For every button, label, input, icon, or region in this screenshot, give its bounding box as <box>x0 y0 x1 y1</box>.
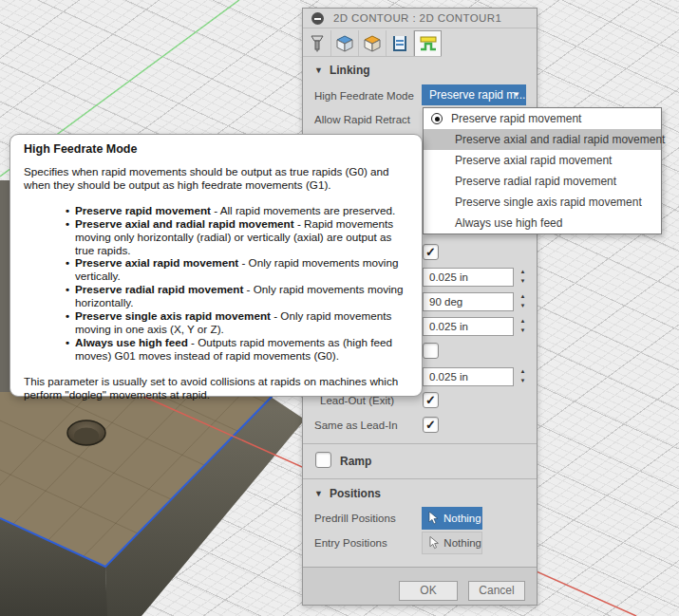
heights-icon <box>362 33 383 54</box>
tooltip-bullet: Preserve radial rapid movement - Only ra… <box>66 283 408 309</box>
cancel-button[interactable]: Cancel <box>468 581 525 601</box>
dropdown-option-4[interactable]: Preserve single axis rapid movement <box>424 192 661 213</box>
linking-spinner-4: ▲ ▼ <box>517 367 529 386</box>
divider <box>303 443 537 444</box>
dropdown-option-1[interactable]: Preserve axial and radial rapid movement <box>424 129 661 150</box>
linking-input-2[interactable]: 90 deg <box>423 292 514 311</box>
spin-down-icon[interactable]: ▼ <box>517 302 529 311</box>
high-feedrate-tooltip: High Feedrate Mode Specifies when rapid … <box>9 134 423 397</box>
same-as-lead-in-checkbox[interactable]: ✓ <box>423 417 439 433</box>
spin-down-icon[interactable]: ▼ <box>517 327 529 336</box>
dropdown-option-5[interactable]: Always use high feed <box>424 213 661 233</box>
spin-up-icon[interactable]: ▲ <box>517 367 529 377</box>
tooltip-intro: Specifies when rapid movements should be… <box>24 165 408 192</box>
tooltip-bullet-list: Preserve rapid movement - All rapid move… <box>66 204 408 363</box>
divider <box>303 478 537 479</box>
tabstrip-divider <box>303 56 442 57</box>
radio-selected-icon <box>431 113 443 124</box>
high-feedrate-dropdown-list: Preserve rapid movement Preserve axial a… <box>423 107 662 234</box>
linking-checkbox-1[interactable]: ✓ <box>423 244 439 260</box>
tooltip-footer: This parameter is usually set to avoid c… <box>24 375 408 401</box>
dropdown-option-3[interactable]: Preserve radial rapid movement <box>424 171 661 192</box>
chevron-down-icon: ▼ <box>513 84 520 105</box>
tool-icon <box>307 33 328 54</box>
spin-up-icon[interactable]: ▲ <box>517 268 529 277</box>
cursor-icon <box>429 536 439 550</box>
tooltip-title: High Feedrate Mode <box>24 142 408 156</box>
ok-button[interactable]: OK <box>399 581 458 601</box>
tooltip-bullet: Preserve axial rapid movement - Only rap… <box>66 256 408 283</box>
collapse-triangle-icon: ▼ <box>314 65 323 75</box>
entry-positions-button[interactable]: Nothing <box>422 532 482 554</box>
positions-section-header[interactable]: ▼Positions <box>314 487 381 500</box>
dialog-grip-icon[interactable] <box>311 12 324 25</box>
model-hole-bottom <box>74 428 99 444</box>
linking-input-4[interactable]: 0.025 in <box>423 367 514 386</box>
tab-passes[interactable] <box>387 30 414 56</box>
tab-tool[interactable] <box>304 30 331 56</box>
spin-down-icon[interactable]: ▼ <box>517 277 529 287</box>
linking-spinner-2: ▲ ▼ <box>517 292 529 311</box>
linking-spinner-1: ▲ ▼ <box>517 268 529 287</box>
high-feedrate-dropdown[interactable]: Preserve rapid m... ▼ <box>422 84 526 105</box>
linking-input-1[interactable]: 0.025 in <box>423 268 514 287</box>
linking-input-3[interactable]: 0.025 in <box>423 317 514 336</box>
passes-icon <box>389 33 410 54</box>
linking-icon <box>418 34 439 55</box>
entry-positions-label: Entry Positions <box>314 537 387 549</box>
spin-up-icon[interactable]: ▲ <box>517 317 529 327</box>
tooltip-bullet: Preserve single axis rapid movement - On… <box>66 309 408 336</box>
allow-rapid-retract-label: Allow Rapid Retract <box>314 114 410 125</box>
collapse-triangle-icon: ▼ <box>314 489 323 498</box>
ramp-label: Ramp <box>340 455 371 468</box>
predrill-positions-button[interactable]: Nothing <box>422 507 482 530</box>
dropdown-option-0[interactable]: Preserve rapid movement <box>424 108 661 129</box>
tooltip-bullet: Always use high feed - Outputs rapid mov… <box>66 336 408 363</box>
tooltip-bullet: Preserve rapid movement - All rapid move… <box>66 204 408 217</box>
tab-linking[interactable] <box>414 30 442 57</box>
geometry-icon <box>334 33 355 54</box>
tooltip-bullet: Preserve axial and radial rapid movement… <box>66 217 408 257</box>
spin-up-icon[interactable]: ▲ <box>517 292 529 302</box>
same-as-lead-in-label: Same as Lead-In <box>314 420 398 431</box>
high-feedrate-label: High Feedrate Mode <box>314 90 414 102</box>
cam-viewport: 2D CONTOUR : 2D CONTOUR1 <box>0 0 679 616</box>
linking-spinner-3: ▲ ▼ <box>517 317 529 336</box>
linking-checkbox-2[interactable] <box>423 343 439 359</box>
linking-section-header[interactable]: ▼Linking <box>314 64 370 77</box>
tab-geometry[interactable] <box>331 30 359 56</box>
dialog-title: 2D CONTOUR : 2D CONTOUR1 <box>333 12 501 24</box>
ramp-checkbox[interactable] <box>315 452 331 468</box>
dialog-tabstrip <box>304 30 442 56</box>
dialog-footer: OK Cancel <box>303 567 537 605</box>
dialog-titlebar[interactable]: 2D CONTOUR : 2D CONTOUR1 <box>303 9 537 28</box>
tab-heights[interactable] <box>359 30 387 56</box>
predrill-positions-label: Predrill Positions <box>314 513 396 524</box>
lead-out-checkbox[interactable]: ✓ <box>423 392 439 408</box>
spin-down-icon[interactable]: ▼ <box>517 377 529 386</box>
dropdown-option-2[interactable]: Preserve axial rapid movement <box>424 150 661 171</box>
cursor-icon <box>428 512 439 525</box>
